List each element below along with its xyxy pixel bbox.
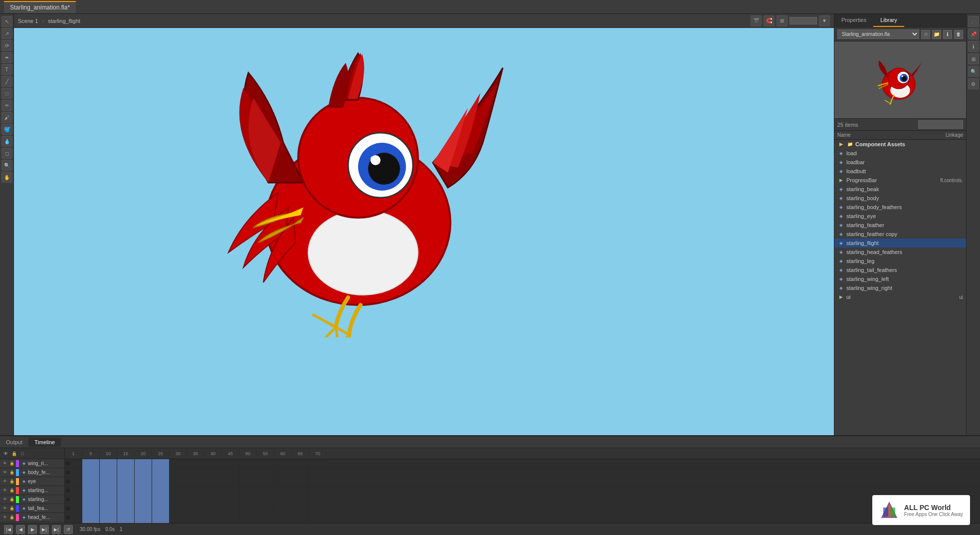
zoom-input[interactable]: 100% [789, 17, 817, 24]
zoom-tool[interactable]: 🔍 [1, 160, 12, 171]
frame-cell-4-13[interactable] [292, 495, 309, 504]
frame-cell-2-12[interactable] [274, 477, 292, 486]
frame-cell-4-3[interactable] [117, 495, 135, 504]
frame-cell-1-1[interactable] [82, 468, 100, 477]
delete-btn[interactable]: 🗑 [954, 30, 963, 39]
frame-cell-0-0[interactable] [65, 459, 82, 468]
library-item-starling_eye[interactable]: ◈ starling_eye [834, 212, 966, 221]
library-tab[interactable]: Library [873, 14, 904, 27]
frame-cell-0-2[interactable] [100, 459, 117, 468]
output-tab[interactable]: Output [0, 438, 28, 447]
subselect-tool[interactable]: ↗ [1, 28, 12, 39]
frame-cell-0-4[interactable] [135, 459, 152, 468]
frame-cell-2-4[interactable] [135, 477, 152, 486]
magnet-tool[interactable]: 🧲 [764, 15, 775, 26]
library-item-starling_body_feathers[interactable]: ◈ starling_body_feathers [834, 203, 966, 212]
filter-icon[interactable]: 🔍 [968, 66, 979, 77]
library-item-starling_wing_left[interactable]: ◈ starling_wing_left [834, 274, 966, 283]
frame-cell-2-6[interactable] [170, 477, 187, 486]
frame-cell-0-7[interactable] [187, 459, 204, 468]
library-item-starling_tail_feathers[interactable]: ◈ starling_tail_feathers [834, 266, 966, 274]
play-btn[interactable]: ▶ [28, 525, 37, 534]
frame-cell-1-12[interactable] [274, 468, 292, 477]
transform-tool[interactable]: ⟳ [1, 40, 12, 51]
frame-cell-3-13[interactable] [292, 486, 309, 495]
prev-frame-btn[interactable]: ◀ [16, 525, 25, 534]
layer-vis-2[interactable]: 👁 [2, 479, 8, 485]
frame-cell-7-10[interactable] [239, 522, 257, 524]
frame-cell-5-12[interactable] [274, 504, 292, 513]
frame-cell-6-5[interactable] [152, 513, 170, 522]
frame-cell-0-5[interactable] [152, 459, 170, 468]
library-item-starling_head_feathers[interactable]: ◈ starling_head_feathers [834, 248, 966, 257]
eraser-tool[interactable]: ◻ [1, 148, 12, 159]
frame-cell-1-6[interactable] [170, 468, 187, 477]
frame-cell-1-5[interactable] [152, 468, 170, 477]
layer-vis-3[interactable]: 👁 [2, 488, 8, 494]
frame-cell-0-13[interactable] [292, 459, 309, 468]
layer-row-0[interactable]: 👁 🔒 ◈ wing_ri... [0, 459, 64, 468]
frame-cell-3-0[interactable] [65, 486, 82, 495]
camera-icon[interactable]: 🎥 [968, 16, 979, 27]
library-item-ProgressBar[interactable]: ▶ ProgressBar fl.controls. [834, 176, 966, 185]
library-folder-component[interactable]: ▶ 📁 Component Assets [834, 140, 966, 149]
frame-cell-5-7[interactable] [187, 504, 204, 513]
frame-cell-5-0[interactable] [65, 504, 82, 513]
frame-cell-3-7[interactable] [187, 486, 204, 495]
frame-cell-5-13[interactable] [292, 504, 309, 513]
frame-cell-3-8[interactable] [204, 486, 222, 495]
layer-lock-2[interactable]: 🔒 [9, 479, 15, 485]
frame-cell-4-1[interactable] [82, 495, 100, 504]
eyedropper-tool[interactable]: 💧 [1, 136, 12, 147]
frame-cell-4-14[interactable] [309, 495, 327, 504]
library-item-starling_flight[interactable]: ◈ starling_flight [834, 239, 966, 248]
frame-cell-2-10[interactable] [239, 477, 257, 486]
frame-cell-5-4[interactable] [135, 504, 152, 513]
frame-cell-6-9[interactable] [222, 513, 239, 522]
frame-cell-1-9[interactable] [222, 468, 239, 477]
frame-cell-1-11[interactable] [257, 468, 274, 477]
layer-row-5[interactable]: 👁 🔒 ◈ tail_fea... [0, 504, 64, 513]
frame-cell-5-6[interactable] [170, 504, 187, 513]
layer-row-3[interactable]: 👁 🔒 ◈ starling... [0, 486, 64, 495]
layer-lock-3[interactable]: 🔒 [9, 488, 15, 494]
frame-cell-5-2[interactable] [100, 504, 117, 513]
file-tab[interactable]: Starling_animation.fla* [4, 1, 76, 13]
frame-cell-1-8[interactable] [204, 468, 222, 477]
frame-cell-2-5[interactable] [152, 477, 170, 486]
frame-cell-7-12[interactable] [274, 522, 292, 524]
frame-cell-1-14[interactable] [309, 468, 327, 477]
layer-lock-0[interactable]: 🔒 [9, 461, 15, 467]
symbol-breadcrumb[interactable]: starling_flight [48, 18, 80, 24]
grid-view-icon[interactable]: ⊞ [968, 53, 979, 64]
frame-cell-6-1[interactable] [82, 513, 100, 522]
frame-cell-2-0[interactable] [65, 477, 82, 486]
layer-lock-6[interactable]: 🔒 [9, 515, 15, 521]
show-all-btn[interactable]: 🔒 [10, 450, 17, 457]
rewind-btn[interactable]: |◀ [4, 525, 13, 534]
layer-vis-4[interactable]: 👁 [2, 497, 8, 503]
frame-cell-7-13[interactable] [292, 522, 309, 524]
frame-cell-7-4[interactable] [135, 522, 152, 524]
frame-cell-4-12[interactable] [274, 495, 292, 504]
frame-cell-2-1[interactable] [82, 477, 100, 486]
frame-cell-3-14[interactable] [309, 486, 327, 495]
frame-cell-1-13[interactable] [292, 468, 309, 477]
frame-cell-2-2[interactable] [100, 477, 117, 486]
frame-cell-0-6[interactable] [170, 459, 187, 468]
pen-tool[interactable]: ✒ [1, 52, 12, 63]
frame-cell-5-8[interactable] [204, 504, 222, 513]
library-item-loadbar[interactable]: ◈ loadbar [834, 158, 966, 167]
frame-cell-7-1[interactable] [82, 522, 100, 524]
library-item-ui[interactable]: ▶ ui ui [834, 292, 966, 301]
frame-cell-4-9[interactable] [222, 495, 239, 504]
library-item-loadbutt[interactable]: ◈ loadbutt [834, 167, 966, 176]
layer-vis-0[interactable]: 👁 [2, 461, 8, 467]
frame-cell-4-10[interactable] [239, 495, 257, 504]
frame-cell-4-7[interactable] [187, 495, 204, 504]
frame-cell-6-13[interactable] [292, 513, 309, 522]
frame-cell-0-12[interactable] [274, 459, 292, 468]
frame-cell-5-10[interactable] [239, 504, 257, 513]
frame-cell-4-2[interactable] [100, 495, 117, 504]
library-item-starling_leg[interactable]: ◈ starling_leg [834, 257, 966, 266]
